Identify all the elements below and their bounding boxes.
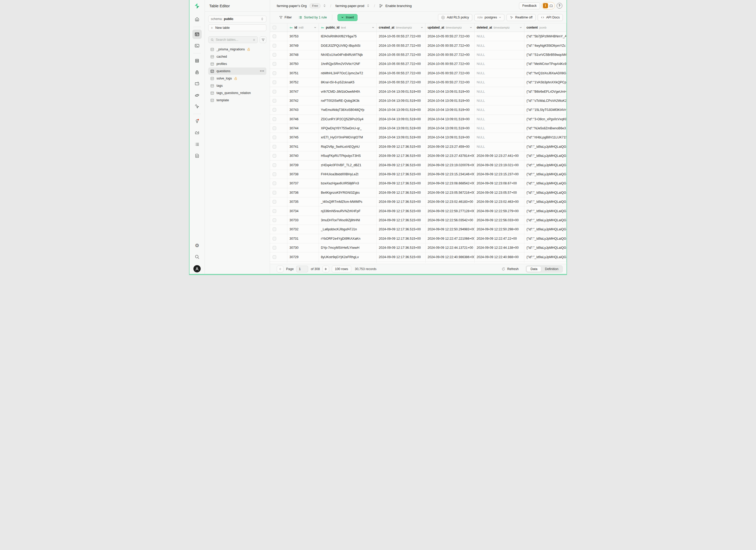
cell-content[interactable]: {"id":"NJe5s8ZmBwnoB6e3 [524,124,566,133]
cell-deleted-at[interactable]: 2024-09-09 12:22:47.22+00 [475,234,524,243]
cell-deleted-at[interactable]: 2024-09-09 12:22:50.298+00 [475,225,524,234]
table-row[interactable]: 30745xrETl_HyGY0mPMGVqtOTM2024-10-04 13:… [270,133,566,142]
cell-id[interactable]: 30744 [287,124,319,133]
cell-content[interactable]: {"id":"rtHbLpgB8V11LUK7152 [524,133,566,142]
cell-updated-at[interactable]: 2024-10-04 13:09:01.519+00 [426,124,475,133]
table-row[interactable]: 30751nbMhHL3AP7OcCJymc2wT22024-10-05 00:… [270,69,566,78]
cell-created-at[interactable]: 2024-09-09 12:17:36.515+00 [377,243,426,252]
row-checkbox[interactable] [273,53,276,57]
cell-updated-at[interactable]: 2024-09-09 12:23:19.020076+00 [426,160,475,169]
cell-created-at[interactable]: 2024-10-05 00:55:27.722+00 [377,69,426,78]
cell-created-at[interactable]: 2024-09-09 12:17:36.515+00 [377,262,426,263]
plan-badge[interactable]: Free [309,3,321,8]
cell-public-id[interactable]: DYp-7mcyMSIrHefLYIwwH [319,243,377,252]
cell-content[interactable]: {"id":"_Id9aLyJpMHQLaiQG [524,142,566,151]
cell-content[interactable]: {"id":"fvrQ1bXoJ6XaAD08G [524,69,566,78]
new-table-button[interactable]: + New table [208,24,266,31]
nav-reports-button[interactable] [192,128,202,137]
table-row[interactable]: 30740H5uqFKpRUTPkjxdysT3HS2024-09-09 12:… [270,151,566,160]
api-docs-button[interactable]: API Docs [538,14,563,21]
cell-content[interactable]: {"id":"_Id9aLyJpMHQLaiQG [524,179,566,188]
add-rls-policy-button[interactable]: Add RLS policy [438,14,472,21]
cell-created-at[interactable]: 2024-10-05 00:55:27.722+00 [377,50,426,59]
cell-updated-at[interactable]: 2024-10-05 00:55:27.722+00 [426,78,475,87]
cell-content[interactable]: {"id":"_Id9aLyJpMHQLaiQG [524,160,566,169]
tab-definition[interactable]: Definition [541,266,562,272]
cell-created-at[interactable]: 2024-10-05 00:55:27.722+00 [377,78,426,87]
cell-created-at[interactable]: 2024-10-05 00:55:27.722+00 [377,59,426,68]
table-list-item[interactable]: questions••• [208,68,266,75]
table-row[interactable]: 307528KraI-tSI-6-pSZcknaK52024-10-05 00:… [270,78,566,87]
chevron-down-icon[interactable] [314,26,316,29]
cell-id[interactable]: 30742 [287,96,319,105]
cell-updated-at[interactable]: 2024-10-04 13:09:01.519+00 [426,87,475,96]
row-checkbox[interactable] [273,154,276,158]
cell-updated-at[interactable]: 2024-09-09 12:22:59.277128+00 [426,206,475,215]
cell-content[interactable]: {"id":"MeWCriorTPopA4Kc9 [524,59,566,68]
cell-id[interactable]: 30743 [287,105,319,114]
table-row[interactable]: 30731rYbORF2e4YgDt9fKAXaKn2024-09-09 12:… [270,234,566,243]
cell-created-at[interactable]: 2024-09-09 12:17:36.515+00 [377,206,426,215]
next-page-button[interactable] [322,266,329,272]
help-button[interactable]: ? [557,3,562,9]
cell-updated-at[interactable]: 2024-10-05 00:55:27.722+00 [426,59,475,68]
cell-updated-at[interactable]: 2024-10-04 13:09:01.519+00 [426,115,475,124]
insert-button[interactable]: Insert [337,14,357,21]
cell-deleted-at[interactable]: 2024-09-09 12:23:08.67+00 [475,179,524,188]
cell-updated-at[interactable]: 2024-10-05 00:55:27.722+00 [426,32,475,41]
cell-content[interactable]: {"id":"S1vrVC5BrB59wqcM4 [524,50,566,59]
cell-updated-at[interactable]: 2024-09-09 12:23:08.668542+00 [426,179,475,188]
cell-id[interactable]: 30736 [287,188,319,197]
cell-public-id[interactable]: 8KraI-tSI-6-pSZcknaK5 [319,78,377,87]
column-header-updated_at[interactable]: updated_attimestamptz [426,23,475,32]
cell-created-at[interactable]: 2024-10-04 13:09:01.519+00 [377,96,426,105]
cell-public-id[interactable]: NhXEo1Xw04FnB4RzWTNjb [319,50,377,59]
cell-content[interactable]: {"id":"15LSIyT0JGMf3KI4Vn [524,105,566,114]
table-row[interactable]: 30741RiqOV6p_5wihLeIAEQyhU2024-09-09 12:… [270,142,566,151]
column-header-deleted_at[interactable]: deleted_attimestamptz [475,23,524,32]
table-row[interactable]: 307333muDHTceTWso9IZj8hHNI2024-09-09 12:… [270,216,566,225]
cell-created-at[interactable]: 2024-09-09 12:17:36.515+00 [377,170,426,179]
nav-edge-functions-button[interactable] [192,91,202,100]
cell-deleted-at[interactable]: 2024-09-09 12:23:27.441+00 [475,151,524,160]
table-row[interactable]: 30753lEfA0sRh9hlXf62Y6ga752024-10-05 00:… [270,32,566,41]
nav-table-editor-button[interactable] [192,30,202,39]
search-tables-input[interactable]: Search tables... [208,36,258,43]
cell-content[interactable]: {"id":"_Id9aLyJpMHQLaiQG [524,252,566,261]
cell-id[interactable]: 30753 [287,32,319,41]
row-checkbox[interactable] [273,62,276,66]
cell-content[interactable]: {"id":"_Id9aLyJpMHQLaiQG [524,206,566,215]
cell-content[interactable]: {"id":"4wyNgK55lOfrpmYZc [524,41,566,50]
nav-authentication-button[interactable] [192,68,202,77]
table-row[interactable]: 30744XPQwDIqY6Y75SwDnU-qr_2024-10-04 13:… [270,124,566,133]
cell-content[interactable]: {"id":"_Id9aLyJpMHQLaiQG [524,151,566,160]
cell-public-id[interactable]: YwEmuWdqT38XoSB048QYp [319,105,377,114]
cell-created-at[interactable]: 2024-10-04 13:09:01.519+00 [377,115,426,124]
cell-updated-at[interactable]: 2024-09-09 12:23:05.567216+00 [426,188,475,197]
nav-api-docs-button[interactable] [192,151,202,160]
table-list-item[interactable]: cached [208,53,266,60]
cell-public-id[interactable]: bzwXazHgax6UIR58j6Fn3 [319,179,377,188]
cell-content[interactable]: {"id":"_Id9aLyJpMHQLaiQG [524,188,566,197]
column-header-content[interactable]: contentjsonb [524,23,566,32]
cell-deleted-at[interactable]: NULL [475,142,524,151]
cell-deleted-at[interactable]: NULL [475,124,524,133]
cell-deleted-at[interactable]: 2024-09-09 12:22:37.958+00 [475,262,524,263]
cell-updated-at[interactable]: 2024-09-09 12:22:37.955419+00 [426,262,475,263]
cell-id[interactable]: 30746 [287,115,319,124]
cell-public-id[interactable]: RiqOV6p_5wihLeIAEQyhU [319,142,377,151]
cell-public-id[interactable]: H5uqFKpRUTPkjxdysT3HS [319,151,377,160]
cell-id[interactable]: 30752 [287,78,319,87]
table-row[interactable]: 30735_l40sQIRTmMZfcm-MWMPs2024-09-09 12:… [270,197,566,206]
cell-deleted-at[interactable]: 2024-09-09 12:22:59.279+00 [475,206,524,215]
chevron-down-icon[interactable] [519,26,522,29]
cell-id[interactable]: 30733 [287,216,319,225]
cell-id[interactable]: 30740 [287,151,319,160]
nav-sql-editor-button[interactable] [192,41,202,50]
cell-public-id[interactable]: 3muDHTceTWso9IZj8hHNI [319,216,377,225]
row-checkbox[interactable] [273,255,276,259]
cell-id[interactable]: 30745 [287,133,319,142]
row-checkbox[interactable] [273,237,276,240]
feedback-button[interactable]: Feedback [519,2,540,9]
cell-id[interactable]: 30731 [287,234,319,243]
